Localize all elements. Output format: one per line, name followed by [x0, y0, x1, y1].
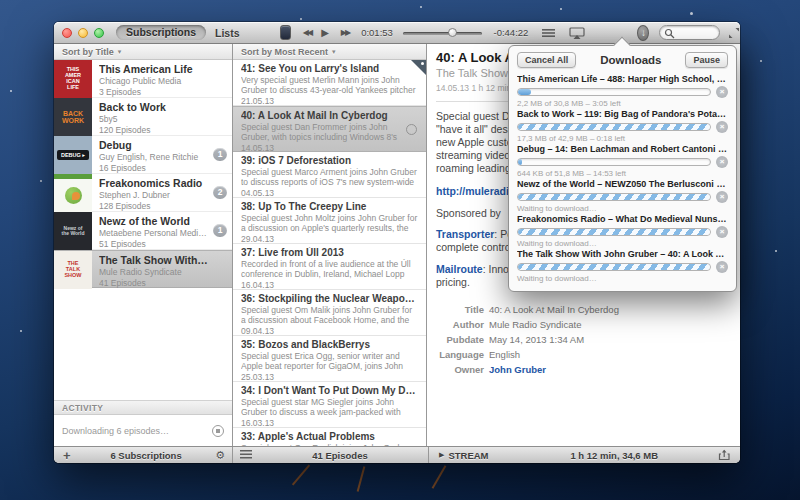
episode-row-title: 40: A Look At Mail In Cyberdog: [241, 110, 418, 121]
stop-downloads-icon[interactable]: [212, 425, 224, 437]
now-playing-artwork[interactable]: [280, 25, 291, 40]
cancel-download-button[interactable]: ×: [716, 191, 728, 203]
episode-row-34-i-don-t-want-to-put-down-my[interactable]: 34: I Don't Want To Put Down My DrinkSpe…: [233, 382, 426, 428]
cancel-all-button[interactable]: Cancel All: [517, 52, 576, 68]
cancel-download-button[interactable]: ×: [716, 226, 728, 238]
status-bar-detail-section: ▶ STREAM 1 h 12 min, 34,6 MB: [428, 447, 740, 463]
tab-subscriptions[interactable]: Subscriptions: [116, 25, 206, 40]
download-progress-row: ×: [517, 226, 728, 238]
episode-row-40-a-look-at-mail-in-cyberdog[interactable]: 40: A Look At Mail In CyberdogSpecial gu…: [233, 106, 426, 152]
playback-slider[interactable]: [403, 28, 482, 37]
podcast-artwork: THETALKSHOW: [54, 251, 92, 289]
podcast-episode-count: 120 Episodes: [99, 125, 208, 135]
sidebar-sort-bar[interactable]: Sort by Title ▾: [54, 44, 232, 60]
podcast-episode-count: 51 Episodes: [99, 239, 208, 249]
progress-fill: [518, 89, 531, 95]
podcast-author: Chicago Public Media: [99, 76, 208, 86]
share-icon[interactable]: [718, 449, 732, 463]
sidebar-item-the-talk-show-with-john[interactable]: THETALKSHOWThe Talk Show With John…Mule …: [54, 250, 232, 288]
sidebar-sort-label: Sort by Title: [62, 47, 114, 57]
episode-row-title: 36: Stockpiling the Nuclear Weapons of…: [241, 293, 418, 304]
download-item-title: The Talk Show With John Gruber – 40: A L…: [517, 249, 728, 259]
tab-lists[interactable]: Lists: [215, 27, 240, 39]
zoom-button[interactable]: [94, 28, 104, 38]
pause-button[interactable]: Pause: [685, 52, 728, 68]
sidebar-item-this-american-life[interactable]: THISAMERICANLIFEThis American LifeChicag…: [54, 60, 232, 98]
slider-knob[interactable]: [448, 28, 457, 37]
minimize-button[interactable]: [78, 28, 88, 38]
sidebar-item-back-to-work[interactable]: BACKWORKBack to Work5by5120 Episodes: [54, 98, 232, 136]
podcast-author: Guy English, Rene Ritchie: [99, 152, 208, 162]
episode-row-37-live-from-ll-2013[interactable]: 37: Live from Úll 2013Recorded in front …: [233, 244, 426, 290]
progress-fill: [518, 124, 710, 130]
gear-icon[interactable]: ⚙: [215, 449, 225, 462]
download-progress-icon: [406, 124, 417, 135]
podcast-author: 5by5: [99, 114, 208, 124]
cancel-download-button[interactable]: ×: [716, 156, 728, 168]
progress-bar: [517, 123, 711, 131]
podcast-artwork: Newz ofthe World: [54, 212, 92, 250]
add-subscription-button[interactable]: +: [63, 448, 77, 463]
metadata-value: English: [489, 347, 520, 362]
download-item-title: Back to Work – 119: Big Bag of Pandora's…: [517, 109, 728, 119]
episode-row-33-apple-s-actual-problems[interactable]: 33: Apple's Actual ProblemsSpecial guest…: [233, 428, 426, 446]
unread-badge: 1: [213, 148, 227, 161]
sidebar-item-newz-of-the-world[interactable]: Newz ofthe WorldNewz of the WorldMetaebe…: [54, 212, 232, 250]
downloads-button[interactable]: ↓: [637, 25, 649, 41]
metadata-value: Mule Radio Syndicate: [489, 317, 581, 332]
episode-row-35-bozos-and-blackberrys[interactable]: 35: Bozos and BlackBerrysSpecial guest E…: [233, 336, 426, 382]
episodes-sort-bar[interactable]: Sort by Most Recent ▾: [233, 44, 426, 60]
close-button[interactable]: [62, 28, 72, 38]
play-button[interactable]: ▶: [321, 27, 329, 38]
cancel-download-button[interactable]: ×: [716, 121, 728, 133]
episode-list-icon[interactable]: [240, 450, 252, 461]
cancel-download-button[interactable]: ×: [716, 86, 728, 98]
episode-row-date: 04.05.13: [241, 188, 418, 198]
metadata-value-link[interactable]: John Gruber: [489, 362, 546, 377]
podcast-info: Freakonomics RadioStephen J. Dubner128 E…: [99, 177, 208, 211]
episode-row-36-stockpiling-the-nuclear-wea[interactable]: 36: Stockpiling the Nuclear Weapons of…S…: [233, 290, 426, 336]
episode-row-39-ios-7-deforestation[interactable]: 39: iOS 7 DeforestationSpecial guest Mar…: [233, 152, 426, 198]
status-bar: + 6 Subscriptions ⚙ 41 Episodes ▶ STREAM…: [54, 446, 740, 463]
fast-forward-button[interactable]: ▶▶: [341, 28, 349, 37]
airplay-icon[interactable]: [569, 27, 585, 39]
status-bar-sidebar-section: + 6 Subscriptions ⚙: [54, 447, 232, 463]
rewind-button[interactable]: ◀◀: [303, 28, 311, 37]
progress-fill: [518, 229, 710, 235]
search-input[interactable]: [676, 26, 740, 39]
download-item-debug-14-ben-lachman-and-rober: Debug – 14: Ben Lachman and Robert Canto…: [509, 142, 736, 177]
episode-row-description: Special guest Erica Ogg, senior writer a…: [241, 351, 418, 371]
podcast-artwork: [54, 174, 92, 212]
sponsor-link[interactable]: Transporter: [436, 228, 494, 240]
podcast-title: Freakonomics Radio: [99, 177, 208, 189]
download-item-back-to-work-119-big-bag-of-pa: Back to Work – 119: Big Bag of Pandora's…: [509, 107, 736, 142]
podcast-author: Mule Radio Syndicate: [99, 267, 208, 277]
sponsor-link[interactable]: Mailroute: [436, 263, 483, 275]
episode-list: 41: See You on Larry's IslandVery specia…: [233, 60, 426, 446]
sidebar-item-debug[interactable]: DEBUG ▸DebugGuy English, Rene Ritchie16 …: [54, 136, 232, 174]
search-field[interactable]: [659, 25, 720, 40]
download-status: Waiting to download…: [517, 274, 728, 283]
episode-row-41-see-you-on-larry-s-island[interactable]: 41: See You on Larry's IslandVery specia…: [233, 60, 426, 106]
podcast-title: Debug: [99, 139, 208, 151]
podcast-artwork: BACKWORK: [54, 98, 92, 136]
podcast-title: This American Life: [99, 63, 208, 75]
episode-row-title: 34: I Don't Want To Put Down My Drink: [241, 385, 418, 396]
episode-row-description: Very special guest Merlin Mann joins Joh…: [241, 75, 418, 95]
remaining-time: -0:44:22: [494, 27, 529, 38]
progress-bar: [517, 88, 711, 96]
episode-row-description: Special guest star MG Siegler joins John…: [241, 397, 418, 417]
episode-row-title: 38: Up To The Creepy Line: [241, 201, 418, 212]
cancel-download-button[interactable]: ×: [716, 261, 728, 273]
episodes-sort-label: Sort by Most Recent: [241, 47, 328, 57]
download-item-the-talk-show-with-john-gruber: The Talk Show With John Gruber – 40: A L…: [509, 247, 736, 282]
queue-list-icon[interactable]: [542, 28, 555, 38]
stream-button[interactable]: ▶ STREAM: [439, 450, 489, 461]
podcast-artwork: DEBUG ▸: [54, 136, 92, 174]
episode-row-38-up-to-the-creepy-line[interactable]: 38: Up To The Creepy LineSpecial guest J…: [233, 198, 426, 244]
metadata-row: AuthorMule Radio Syndicate: [436, 317, 740, 332]
elapsed-time: 0:01:53: [361, 27, 393, 38]
episode-row-description: Recorded in front of a live audience at …: [241, 259, 418, 279]
unplayed-flag-dot: [421, 62, 424, 65]
sidebar-item-freakonomics-radio[interactable]: Freakonomics RadioStephen J. Dubner128 E…: [54, 174, 232, 212]
